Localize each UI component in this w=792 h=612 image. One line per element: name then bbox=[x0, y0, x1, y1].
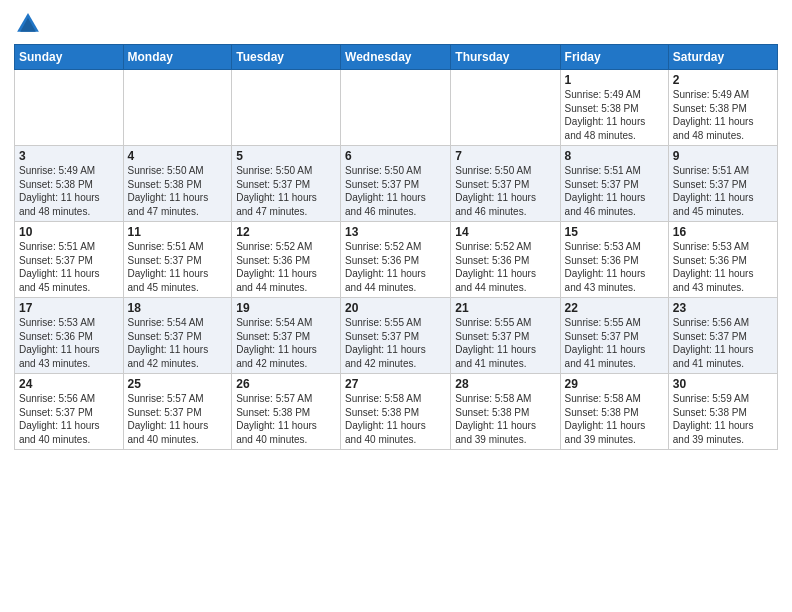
calendar-header-row: SundayMondayTuesdayWednesdayThursdayFrid… bbox=[15, 45, 778, 70]
day-number: 10 bbox=[19, 225, 119, 239]
calendar-table: SundayMondayTuesdayWednesdayThursdayFrid… bbox=[14, 44, 778, 450]
calendar-cell: 14Sunrise: 5:52 AMSunset: 5:36 PMDayligh… bbox=[451, 222, 560, 298]
calendar-cell: 18Sunrise: 5:54 AMSunset: 5:37 PMDayligh… bbox=[123, 298, 232, 374]
calendar-cell: 23Sunrise: 5:56 AMSunset: 5:37 PMDayligh… bbox=[668, 298, 777, 374]
day-number: 13 bbox=[345, 225, 446, 239]
calendar-cell: 28Sunrise: 5:58 AMSunset: 5:38 PMDayligh… bbox=[451, 374, 560, 450]
day-info: Sunrise: 5:59 AMSunset: 5:38 PMDaylight:… bbox=[673, 392, 773, 446]
calendar-week-row: 17Sunrise: 5:53 AMSunset: 5:36 PMDayligh… bbox=[15, 298, 778, 374]
calendar-cell: 26Sunrise: 5:57 AMSunset: 5:38 PMDayligh… bbox=[232, 374, 341, 450]
calendar-cell: 1Sunrise: 5:49 AMSunset: 5:38 PMDaylight… bbox=[560, 70, 668, 146]
calendar-cell: 16Sunrise: 5:53 AMSunset: 5:36 PMDayligh… bbox=[668, 222, 777, 298]
calendar-cell: 25Sunrise: 5:57 AMSunset: 5:37 PMDayligh… bbox=[123, 374, 232, 450]
day-number: 6 bbox=[345, 149, 446, 163]
calendar-cell bbox=[232, 70, 341, 146]
weekday-header: Monday bbox=[123, 45, 232, 70]
day-number: 29 bbox=[565, 377, 664, 391]
day-number: 22 bbox=[565, 301, 664, 315]
weekday-header: Wednesday bbox=[341, 45, 451, 70]
day-number: 18 bbox=[128, 301, 228, 315]
day-info: Sunrise: 5:49 AMSunset: 5:38 PMDaylight:… bbox=[673, 88, 773, 142]
day-info: Sunrise: 5:50 AMSunset: 5:37 PMDaylight:… bbox=[345, 164, 446, 218]
day-number: 11 bbox=[128, 225, 228, 239]
day-number: 30 bbox=[673, 377, 773, 391]
day-info: Sunrise: 5:58 AMSunset: 5:38 PMDaylight:… bbox=[565, 392, 664, 446]
day-number: 9 bbox=[673, 149, 773, 163]
day-info: Sunrise: 5:54 AMSunset: 5:37 PMDaylight:… bbox=[236, 316, 336, 370]
day-info: Sunrise: 5:53 AMSunset: 5:36 PMDaylight:… bbox=[565, 240, 664, 294]
page: SundayMondayTuesdayWednesdayThursdayFrid… bbox=[0, 0, 792, 612]
calendar-cell: 29Sunrise: 5:58 AMSunset: 5:38 PMDayligh… bbox=[560, 374, 668, 450]
logo bbox=[14, 10, 46, 38]
calendar-cell: 5Sunrise: 5:50 AMSunset: 5:37 PMDaylight… bbox=[232, 146, 341, 222]
day-info: Sunrise: 5:49 AMSunset: 5:38 PMDaylight:… bbox=[19, 164, 119, 218]
calendar-cell: 6Sunrise: 5:50 AMSunset: 5:37 PMDaylight… bbox=[341, 146, 451, 222]
calendar-cell: 22Sunrise: 5:55 AMSunset: 5:37 PMDayligh… bbox=[560, 298, 668, 374]
day-number: 3 bbox=[19, 149, 119, 163]
calendar-cell bbox=[123, 70, 232, 146]
logo-icon bbox=[14, 10, 42, 38]
calendar-cell: 10Sunrise: 5:51 AMSunset: 5:37 PMDayligh… bbox=[15, 222, 124, 298]
calendar-cell: 30Sunrise: 5:59 AMSunset: 5:38 PMDayligh… bbox=[668, 374, 777, 450]
weekday-header: Sunday bbox=[15, 45, 124, 70]
calendar-cell bbox=[451, 70, 560, 146]
day-info: Sunrise: 5:50 AMSunset: 5:37 PMDaylight:… bbox=[236, 164, 336, 218]
calendar-cell: 2Sunrise: 5:49 AMSunset: 5:38 PMDaylight… bbox=[668, 70, 777, 146]
calendar-cell: 9Sunrise: 5:51 AMSunset: 5:37 PMDaylight… bbox=[668, 146, 777, 222]
day-number: 21 bbox=[455, 301, 555, 315]
calendar-week-row: 10Sunrise: 5:51 AMSunset: 5:37 PMDayligh… bbox=[15, 222, 778, 298]
day-info: Sunrise: 5:51 AMSunset: 5:37 PMDaylight:… bbox=[565, 164, 664, 218]
day-number: 28 bbox=[455, 377, 555, 391]
day-info: Sunrise: 5:52 AMSunset: 5:36 PMDaylight:… bbox=[236, 240, 336, 294]
day-number: 14 bbox=[455, 225, 555, 239]
calendar-cell: 13Sunrise: 5:52 AMSunset: 5:36 PMDayligh… bbox=[341, 222, 451, 298]
day-number: 20 bbox=[345, 301, 446, 315]
day-info: Sunrise: 5:55 AMSunset: 5:37 PMDaylight:… bbox=[565, 316, 664, 370]
weekday-header: Tuesday bbox=[232, 45, 341, 70]
calendar-cell: 4Sunrise: 5:50 AMSunset: 5:38 PMDaylight… bbox=[123, 146, 232, 222]
day-info: Sunrise: 5:55 AMSunset: 5:37 PMDaylight:… bbox=[345, 316, 446, 370]
day-info: Sunrise: 5:51 AMSunset: 5:37 PMDaylight:… bbox=[673, 164, 773, 218]
day-info: Sunrise: 5:58 AMSunset: 5:38 PMDaylight:… bbox=[455, 392, 555, 446]
calendar-cell: 24Sunrise: 5:56 AMSunset: 5:37 PMDayligh… bbox=[15, 374, 124, 450]
weekday-header: Saturday bbox=[668, 45, 777, 70]
calendar-cell: 11Sunrise: 5:51 AMSunset: 5:37 PMDayligh… bbox=[123, 222, 232, 298]
calendar-cell bbox=[341, 70, 451, 146]
day-number: 25 bbox=[128, 377, 228, 391]
day-number: 7 bbox=[455, 149, 555, 163]
day-info: Sunrise: 5:57 AMSunset: 5:37 PMDaylight:… bbox=[128, 392, 228, 446]
day-info: Sunrise: 5:51 AMSunset: 5:37 PMDaylight:… bbox=[128, 240, 228, 294]
day-info: Sunrise: 5:50 AMSunset: 5:38 PMDaylight:… bbox=[128, 164, 228, 218]
calendar-week-row: 24Sunrise: 5:56 AMSunset: 5:37 PMDayligh… bbox=[15, 374, 778, 450]
day-info: Sunrise: 5:58 AMSunset: 5:38 PMDaylight:… bbox=[345, 392, 446, 446]
day-number: 16 bbox=[673, 225, 773, 239]
day-number: 2 bbox=[673, 73, 773, 87]
calendar-week-row: 1Sunrise: 5:49 AMSunset: 5:38 PMDaylight… bbox=[15, 70, 778, 146]
calendar-cell: 3Sunrise: 5:49 AMSunset: 5:38 PMDaylight… bbox=[15, 146, 124, 222]
calendar-cell: 20Sunrise: 5:55 AMSunset: 5:37 PMDayligh… bbox=[341, 298, 451, 374]
day-info: Sunrise: 5:52 AMSunset: 5:36 PMDaylight:… bbox=[345, 240, 446, 294]
day-number: 23 bbox=[673, 301, 773, 315]
day-info: Sunrise: 5:56 AMSunset: 5:37 PMDaylight:… bbox=[19, 392, 119, 446]
day-number: 1 bbox=[565, 73, 664, 87]
day-number: 27 bbox=[345, 377, 446, 391]
day-info: Sunrise: 5:50 AMSunset: 5:37 PMDaylight:… bbox=[455, 164, 555, 218]
day-number: 12 bbox=[236, 225, 336, 239]
day-info: Sunrise: 5:55 AMSunset: 5:37 PMDaylight:… bbox=[455, 316, 555, 370]
calendar-cell: 7Sunrise: 5:50 AMSunset: 5:37 PMDaylight… bbox=[451, 146, 560, 222]
calendar-cell: 15Sunrise: 5:53 AMSunset: 5:36 PMDayligh… bbox=[560, 222, 668, 298]
calendar-cell: 27Sunrise: 5:58 AMSunset: 5:38 PMDayligh… bbox=[341, 374, 451, 450]
weekday-header: Thursday bbox=[451, 45, 560, 70]
day-number: 17 bbox=[19, 301, 119, 315]
calendar-cell: 21Sunrise: 5:55 AMSunset: 5:37 PMDayligh… bbox=[451, 298, 560, 374]
day-info: Sunrise: 5:49 AMSunset: 5:38 PMDaylight:… bbox=[565, 88, 664, 142]
day-info: Sunrise: 5:57 AMSunset: 5:38 PMDaylight:… bbox=[236, 392, 336, 446]
day-number: 19 bbox=[236, 301, 336, 315]
weekday-header: Friday bbox=[560, 45, 668, 70]
calendar-cell: 17Sunrise: 5:53 AMSunset: 5:36 PMDayligh… bbox=[15, 298, 124, 374]
day-number: 26 bbox=[236, 377, 336, 391]
day-info: Sunrise: 5:53 AMSunset: 5:36 PMDaylight:… bbox=[19, 316, 119, 370]
day-number: 5 bbox=[236, 149, 336, 163]
day-info: Sunrise: 5:51 AMSunset: 5:37 PMDaylight:… bbox=[19, 240, 119, 294]
calendar-week-row: 3Sunrise: 5:49 AMSunset: 5:38 PMDaylight… bbox=[15, 146, 778, 222]
